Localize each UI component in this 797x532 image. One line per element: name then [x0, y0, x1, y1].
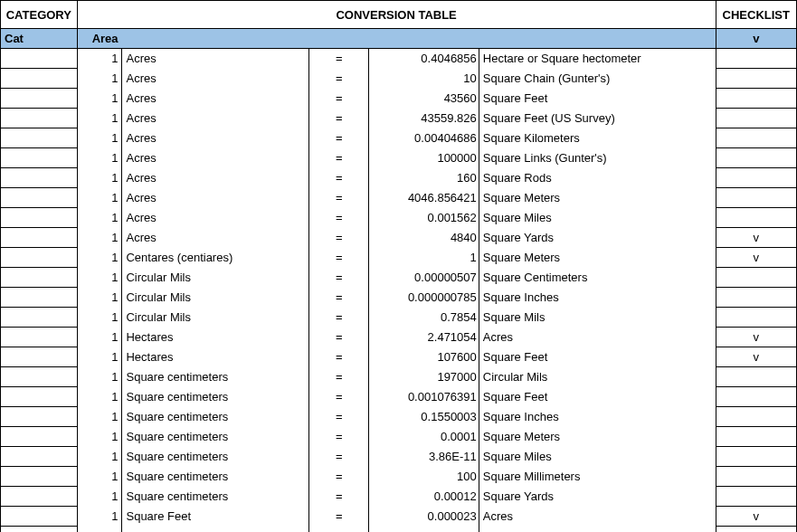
cell-to-unit: Square Feet	[479, 89, 716, 109]
cell-cat[interactable]	[1, 507, 78, 527]
table-row: 1Square centimeters=0.001076391Square Fe…	[1, 387, 797, 407]
cell-equals: =	[309, 109, 369, 128]
cell-value: 0.4046856	[369, 49, 479, 69]
cell-equals: =	[309, 148, 369, 168]
header-area: Area	[77, 29, 716, 49]
table-row: 1Square centimeters=100Square Millimeter…	[1, 467, 797, 487]
cell-to-unit: Square Chain (Gunter's)	[479, 69, 716, 89]
cell-cat[interactable]	[1, 188, 78, 208]
table-row: 1Square centimeters=0.0001Square Meters	[1, 427, 797, 447]
cell-to-unit: Square Inches	[479, 288, 716, 308]
table-row: 1Hectares=2.471054Acresv	[1, 328, 797, 347]
cell-checklist[interactable]	[716, 208, 796, 228]
table-row: 1Acres=0.4046856Hectare or Square hectom…	[1, 49, 797, 69]
cell-checklist[interactable]	[716, 407, 796, 427]
cell-checklist[interactable]	[716, 487, 796, 507]
cell-cat[interactable]	[1, 447, 78, 467]
cell-checklist[interactable]	[716, 89, 796, 109]
cell-from-unit: Square centimeters	[122, 367, 309, 387]
conversion-table: CATEGORY CONVERSION TABLE CHECKLIST Cat …	[0, 0, 797, 532]
cell-to-unit: Square Links (Gunter's)	[479, 148, 716, 168]
cell-cat[interactable]	[1, 268, 78, 288]
cell-value: 3.86E-11	[369, 447, 479, 467]
cell-qty: 1	[77, 367, 122, 387]
cell-checklist[interactable]	[716, 308, 796, 328]
cell-equals: =	[309, 228, 369, 248]
cell-equals: =	[309, 467, 369, 487]
cell-value: 2.471054	[369, 328, 479, 347]
cell-checklist[interactable]	[716, 109, 796, 128]
cell-to-unit: Square Meters	[479, 248, 716, 268]
cell-from-unit: Acres	[122, 148, 309, 168]
cell-cat[interactable]	[1, 128, 78, 148]
cell-checklist[interactable]	[716, 288, 796, 308]
cell-from-unit: Square centimeters	[122, 467, 309, 487]
cell-cat[interactable]	[1, 49, 78, 69]
cell-from-unit: Circular Mils	[122, 268, 309, 288]
cell-value: 43559.826	[369, 109, 479, 128]
cell-cat[interactable]	[1, 288, 78, 308]
cell-value: 0.7854	[369, 308, 479, 328]
cell-checklist[interactable]: v	[716, 507, 796, 527]
cell-checklist[interactable]	[716, 49, 796, 69]
cell-checklist[interactable]: v	[716, 328, 796, 347]
cell-to-unit: Square Rods	[479, 168, 716, 188]
cell-cat[interactable]	[1, 367, 78, 387]
cell-checklist[interactable]	[716, 268, 796, 288]
cell-cat[interactable]	[1, 228, 78, 248]
cell-cat[interactable]	[1, 89, 78, 109]
cell-equals: =	[309, 288, 369, 308]
cell-from-unit: Acres	[122, 89, 309, 109]
cell-checklist[interactable]: v	[716, 248, 796, 268]
cell-checklist[interactable]	[716, 69, 796, 89]
cell-checklist[interactable]	[716, 128, 796, 148]
cell-value: 43560	[369, 89, 479, 109]
cell-cat[interactable]	[1, 527, 78, 533]
cell-value: 4840	[369, 228, 479, 248]
cell-cat[interactable]	[1, 347, 78, 367]
cell-cat[interactable]	[1, 427, 78, 447]
cell-cat[interactable]	[1, 328, 78, 347]
cell-cat[interactable]	[1, 467, 78, 487]
table-row: 1Square Feet=183000000Circular Mils	[1, 527, 797, 533]
cell-equals: =	[309, 208, 369, 228]
cell-equals: =	[309, 248, 369, 268]
cell-checklist[interactable]: v	[716, 228, 796, 248]
cell-cat[interactable]	[1, 168, 78, 188]
cell-equals: =	[309, 347, 369, 367]
cell-checklist[interactable]	[716, 367, 796, 387]
cell-checklist[interactable]: v	[716, 347, 796, 367]
cell-value: 0.1550003	[369, 407, 479, 427]
cell-qty: 1	[77, 109, 122, 128]
cell-value: 183000000	[369, 527, 479, 533]
cell-to-unit: Square Inches	[479, 407, 716, 427]
cell-checklist[interactable]	[716, 527, 796, 533]
table-row: 1Acres=4046.856421Square Meters	[1, 188, 797, 208]
cell-checklist[interactable]	[716, 148, 796, 168]
cell-to-unit: Square Mils	[479, 308, 716, 328]
cell-cat[interactable]	[1, 208, 78, 228]
cell-to-unit: Square Miles	[479, 208, 716, 228]
table-row: 1Square centimeters=0.1550003Square Inch…	[1, 407, 797, 427]
cell-from-unit: Acres	[122, 128, 309, 148]
cell-checklist[interactable]	[716, 427, 796, 447]
cell-cat[interactable]	[1, 387, 78, 407]
cell-cat[interactable]	[1, 109, 78, 128]
cell-checklist[interactable]	[716, 188, 796, 208]
cell-checklist[interactable]	[716, 387, 796, 407]
cell-value: 100	[369, 467, 479, 487]
cell-qty: 1	[77, 447, 122, 467]
table-row: 1Square centimeters=197000Circular Mils	[1, 367, 797, 387]
cell-cat[interactable]	[1, 148, 78, 168]
cell-cat[interactable]	[1, 248, 78, 268]
cell-checklist[interactable]	[716, 168, 796, 188]
cell-cat[interactable]	[1, 487, 78, 507]
cell-checklist[interactable]	[716, 467, 796, 487]
cell-checklist[interactable]	[716, 447, 796, 467]
cell-cat[interactable]	[1, 308, 78, 328]
cell-equals: =	[309, 328, 369, 347]
cell-cat[interactable]	[1, 407, 78, 427]
title-main: CONVERSION TABLE	[77, 1, 716, 29]
table-row: 1Circular Mils=0.7854Square Mils	[1, 308, 797, 328]
cell-cat[interactable]	[1, 69, 78, 89]
